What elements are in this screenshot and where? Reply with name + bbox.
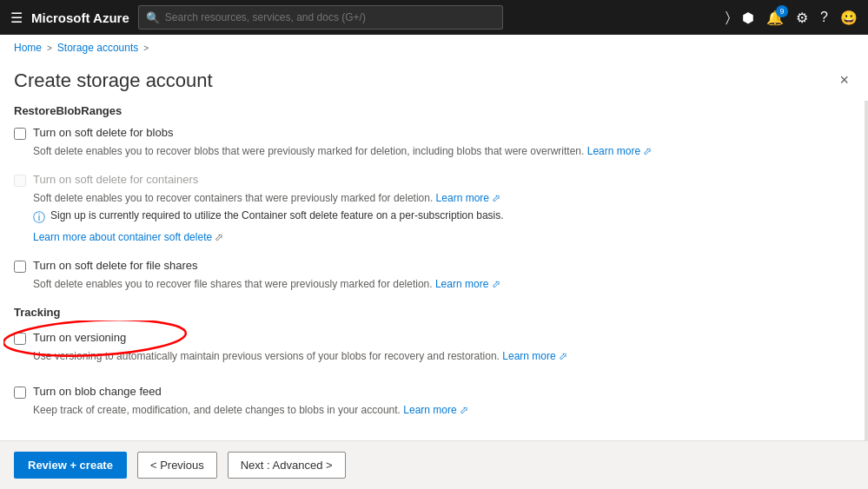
tracking-section-title: Tracking (14, 306, 851, 319)
blob-change-feed-group: Turn on blob change feed Keep track of c… (14, 385, 851, 418)
soft-delete-fileshares-learn-more[interactable]: Learn more ⬀ (435, 278, 500, 290)
soft-delete-fileshares-label: Turn on soft delete for file shares (33, 259, 198, 272)
versioning-learn-more[interactable]: Learn more ⬀ (502, 350, 567, 362)
nav-icons: 〉 ⬢ 🔔 9 ⚙ ? 😀 (726, 10, 858, 26)
soft-delete-containers-checkbox[interactable] (14, 175, 26, 187)
breadcrumb-storage-accounts[interactable]: Storage accounts (57, 42, 138, 54)
section-restore-blob-ranges-title: RestoreBlobRanges (14, 104, 851, 117)
soft-delete-fileshares-checkbox[interactable] (14, 261, 26, 273)
account-icon[interactable]: 😀 (840, 10, 858, 26)
breadcrumb-separator-2: > (143, 43, 149, 53)
main-container: Home > Storage accounts > Create storage… (0, 35, 868, 489)
previous-button[interactable]: < Previous (137, 452, 217, 479)
help-icon[interactable]: ? (820, 10, 828, 25)
blob-change-feed-learn-more[interactable]: Learn more ⬀ (403, 404, 468, 416)
soft-delete-containers-group: Turn on soft delete for containers Soft … (14, 173, 851, 245)
containers-info-learn-more-container: Learn more about container soft delete ⬀ (33, 229, 851, 245)
breadcrumb-home[interactable]: Home (14, 42, 42, 54)
search-bar[interactable]: 🔍 (138, 5, 503, 30)
notification-badge: 9 (776, 5, 788, 17)
brand-logo: Microsoft Azure (31, 10, 129, 25)
containers-info-box: ⓘ Sign up is currently required to utili… (33, 209, 851, 226)
search-icon: 🔍 (146, 11, 160, 24)
tracking-section: Tracking Turn on versioning Use versioni… (14, 306, 851, 418)
soft-delete-blobs-learn-more[interactable]: Learn more ⬀ (587, 145, 653, 157)
cloud-shell-icon[interactable]: 〉 (726, 10, 730, 25)
close-button[interactable]: × (834, 69, 854, 91)
next-advanced-button[interactable]: Next : Advanced > (228, 452, 346, 479)
notifications-icon[interactable]: 🔔 9 (766, 10, 784, 26)
search-input[interactable] (165, 11, 495, 23)
soft-delete-containers-label: Turn on soft delete for containers (33, 173, 198, 186)
versioning-checkbox[interactable] (14, 333, 26, 345)
blob-change-feed-description: Keep track of create, modification, and … (33, 402, 851, 418)
soft-delete-containers-description: Soft delete enables you to recover conta… (33, 190, 851, 206)
breadcrumb-separator-1: > (47, 43, 52, 53)
soft-delete-containers-row: Turn on soft delete for containers (14, 173, 851, 187)
settings-icon[interactable]: ⚙ (796, 10, 808, 26)
soft-delete-fileshares-description: Soft delete enables you to recover file … (33, 276, 851, 292)
blob-change-feed-row: Turn on blob change feed (14, 385, 851, 399)
page-title: Create storage account (14, 69, 213, 92)
soft-delete-blobs-description: Soft delete enables you to recover blobs… (33, 143, 851, 159)
hamburger-icon[interactable]: ☰ (10, 10, 23, 26)
versioning-row: Turn on versioning (14, 331, 851, 345)
soft-delete-fileshares-group: Turn on soft delete for file shares Soft… (14, 259, 851, 292)
soft-delete-blobs-checkbox[interactable] (14, 128, 26, 140)
soft-delete-fileshares-row: Turn on soft delete for file shares (14, 259, 851, 273)
directory-icon[interactable]: ⬢ (742, 10, 754, 26)
soft-delete-blobs-row: Turn on soft delete for blobs (14, 126, 851, 140)
content-area: RestoreBlobRanges Turn on soft delete fo… (0, 101, 868, 440)
containers-info-learn-more[interactable]: Learn more about container soft delete (33, 231, 212, 243)
versioning-group: Turn on versioning Use versioning to aut… (14, 327, 851, 371)
blob-change-feed-label: Turn on blob change feed (33, 385, 162, 398)
blob-change-feed-checkbox[interactable] (14, 387, 26, 399)
versioning-label: Turn on versioning (33, 331, 126, 344)
top-navigation: ☰ Microsoft Azure 🔍 〉 ⬢ 🔔 9 ⚙ ? 😀 (0, 0, 868, 35)
page-header: Create storage account × (0, 57, 868, 101)
soft-delete-blobs-group: Turn on soft delete for blobs Soft delet… (14, 126, 851, 159)
footer-bar: Review + create < Previous Next : Advanc… (0, 440, 868, 489)
soft-delete-blobs-label: Turn on soft delete for blobs (33, 126, 173, 139)
soft-delete-containers-learn-more[interactable]: Learn more ⬀ (436, 192, 501, 204)
versioning-description: Use versioning to automatically maintain… (33, 348, 851, 364)
review-create-button[interactable]: Review + create (14, 452, 127, 479)
info-icon: ⓘ (33, 210, 45, 226)
containers-info-text: Sign up is currently required to utilize… (50, 209, 504, 221)
breadcrumb: Home > Storage accounts > (0, 35, 868, 57)
